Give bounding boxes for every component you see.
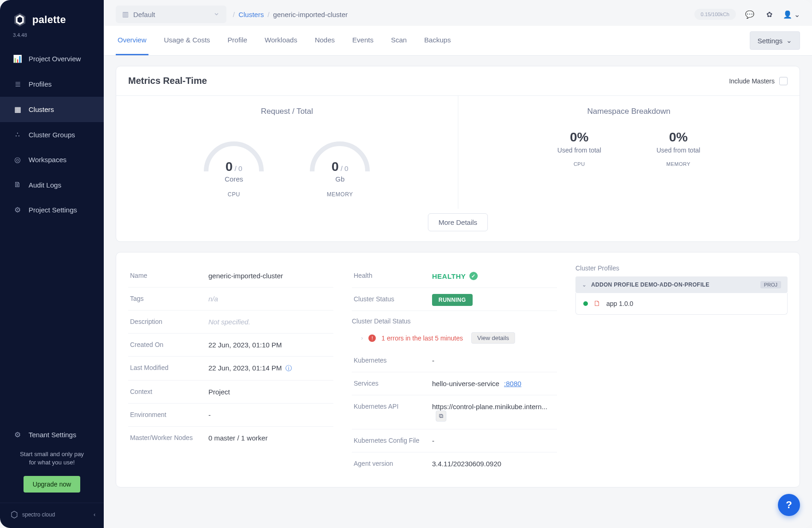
main-pane: ▥ Default / Clusters / generic-imported-… xyxy=(104,0,812,528)
ns-breakdown-title: Namespace Breakdown xyxy=(472,107,786,116)
nav-label: Tenant Settings xyxy=(29,431,76,439)
usage-pill: 0.15/100kCh xyxy=(694,9,736,20)
chevron-left-icon[interactable]: ‹ xyxy=(94,511,95,518)
cluster-profiles-title: Cluster Profiles xyxy=(575,264,788,272)
nav-profiles[interactable]: ≣ Profiles xyxy=(0,71,104,97)
crumb-current: generic-imported-cluster xyxy=(273,11,348,18)
health-badge: HEALTHY✓ xyxy=(432,272,555,280)
pack-icon: 🗋 xyxy=(593,299,601,308)
metrics-card: Metrics Real-Time Include Masters Reques… xyxy=(116,66,800,242)
bars-icon: ▥ xyxy=(122,10,129,18)
info-icon[interactable]: ⓘ xyxy=(285,364,292,372)
sidebar: palette 3.4.48 📊 Project Overview ≣ Prof… xyxy=(0,0,104,528)
profile-accordion-header[interactable]: ⌄ ADDON PROFILE DEMO-ADD-ON-PROFILE PROJ xyxy=(575,276,788,293)
sliders-icon: ⚙ xyxy=(13,430,22,439)
project-selector[interactable]: ▥ Default xyxy=(116,6,226,23)
tab-nodes[interactable]: Nodes xyxy=(313,26,337,55)
upgrade-button[interactable]: Upgrade now xyxy=(24,476,80,493)
nav-label: Project Settings xyxy=(29,206,77,214)
promo-text: Start small and only pay for what you us… xyxy=(0,447,104,469)
nav-label: Workspaces xyxy=(29,156,66,164)
nav-label: Profiles xyxy=(29,80,52,88)
memory-gauge: 0 / 0 Gb MEMORY xyxy=(303,130,377,198)
cluster-settings-button[interactable]: Settings ⌄ xyxy=(750,31,800,50)
val-nodes: 0 master / 1 worker xyxy=(208,434,332,442)
chevron-down-icon: ⌄ xyxy=(786,36,792,45)
settings-icon[interactable]: ✿ xyxy=(764,9,775,20)
gear-icon: ⚙ xyxy=(13,205,22,214)
val-agent: 3.4.11/20230609.0920 xyxy=(432,460,555,468)
chat-icon[interactable]: 💬 xyxy=(744,9,755,20)
error-summary[interactable]: › ! 1 errors in the last 5 minutes View … xyxy=(352,329,557,349)
nav-label: Audit Logs xyxy=(29,181,61,189)
chevron-down-icon: ⌄ xyxy=(794,10,800,19)
nav-audit-logs[interactable]: 🗎 Audit Logs xyxy=(0,172,104,197)
detail-status-label: Cluster Detail Status xyxy=(352,317,557,325)
nav-cluster-groups[interactable]: ⛬ Cluster Groups xyxy=(0,122,104,147)
project-name: Default xyxy=(133,11,155,18)
val-k8s: - xyxy=(432,357,555,364)
stack-icon: ≣ xyxy=(13,80,22,88)
nav-workspaces[interactable]: ◎ Workspaces xyxy=(0,147,104,172)
val-name: generic-imported-cluster xyxy=(208,272,332,280)
cpu-gauge: 0 / 0 Cores CPU xyxy=(197,130,271,198)
ns-cpu-stat: 0% Used from total CPU xyxy=(557,130,601,167)
val-context: Project xyxy=(208,388,332,396)
val-tags: n/a xyxy=(208,295,332,303)
cluster-tabs: Overview Usage & Costs Profile Workloads… xyxy=(104,26,812,56)
cluster-details-card: Namegeneric-imported-cluster Tagsn/a Des… xyxy=(116,252,800,487)
globe-icon: ◎ xyxy=(13,155,22,164)
error-icon: ! xyxy=(368,334,376,342)
nodes-icon: ⛬ xyxy=(13,130,22,139)
tab-profile[interactable]: Profile xyxy=(226,26,249,55)
grid-icon: ▦ xyxy=(13,105,22,114)
nav-clusters[interactable]: ▦ Clusters xyxy=(0,97,104,122)
powered-by: spectro cloud ‹ xyxy=(0,503,104,528)
topbar: ▥ Default / Clusters / generic-imported-… xyxy=(104,0,812,26)
brand-logo: palette xyxy=(0,0,104,32)
profile-item[interactable]: 🗋 app 1.0.0 xyxy=(575,293,788,315)
val-services: hello-universe-service :8080 xyxy=(432,380,555,387)
val-desc: Not specified. xyxy=(208,318,332,326)
breadcrumb: / Clusters / generic-imported-cluster xyxy=(233,11,348,18)
tab-scan[interactable]: Scan xyxy=(389,26,409,55)
status-dot-icon xyxy=(583,301,588,306)
user-menu[interactable]: 👤 ⌄ xyxy=(783,10,800,19)
palette-icon xyxy=(12,12,28,28)
tab-usage-costs[interactable]: Usage & Costs xyxy=(162,26,212,55)
view-details-button[interactable]: View details xyxy=(471,332,515,344)
ns-mem-stat: 0% Used from total MEMORY xyxy=(657,130,700,167)
metrics-title: Metrics Real-Time xyxy=(128,76,207,86)
val-k8s-api: https://control-plane.minikube.intern...… xyxy=(432,403,555,422)
help-button[interactable]: ? xyxy=(778,494,800,516)
file-search-icon: 🗎 xyxy=(13,181,22,189)
chevron-right-icon: › xyxy=(361,334,363,341)
tab-backups[interactable]: Backups xyxy=(422,26,453,55)
crumb-clusters[interactable]: Clusters xyxy=(238,11,264,18)
nav-project-overview[interactable]: 📊 Project Overview xyxy=(0,46,104,71)
nav-tenant-settings[interactable]: ⚙ Tenant Settings xyxy=(0,422,104,447)
nav-label: Cluster Groups xyxy=(29,131,75,139)
val-modified: 22 Jun, 2023, 01:14 PMⓘ xyxy=(208,364,332,373)
tab-events[interactable]: Events xyxy=(350,26,375,55)
tab-workloads[interactable]: Workloads xyxy=(263,26,299,55)
tab-overview[interactable]: Overview xyxy=(116,26,148,55)
check-icon: ✓ xyxy=(469,272,478,280)
spectro-icon xyxy=(10,510,18,519)
service-port-link[interactable]: :8080 xyxy=(504,380,522,387)
copy-button[interactable]: ⧉ xyxy=(436,411,446,422)
chart-icon: 📊 xyxy=(13,54,22,63)
val-env: - xyxy=(208,411,332,419)
brand-name: palette xyxy=(32,14,66,26)
req-total-title: Request / Total xyxy=(130,107,444,116)
checkbox-icon[interactable] xyxy=(779,77,788,85)
chevron-down-icon: ⌄ xyxy=(582,282,587,288)
status-badge: RUNNING xyxy=(432,294,473,306)
nav-project-settings[interactable]: ⚙ Project Settings xyxy=(0,197,104,223)
more-details-button[interactable]: More Details xyxy=(428,213,488,231)
include-masters-toggle[interactable]: Include Masters xyxy=(729,77,788,85)
app-version: 3.4.48 xyxy=(0,32,104,46)
user-icon: 👤 xyxy=(783,10,792,19)
proj-tag: PROJ xyxy=(760,281,781,288)
nav-label: Clusters xyxy=(29,106,54,113)
